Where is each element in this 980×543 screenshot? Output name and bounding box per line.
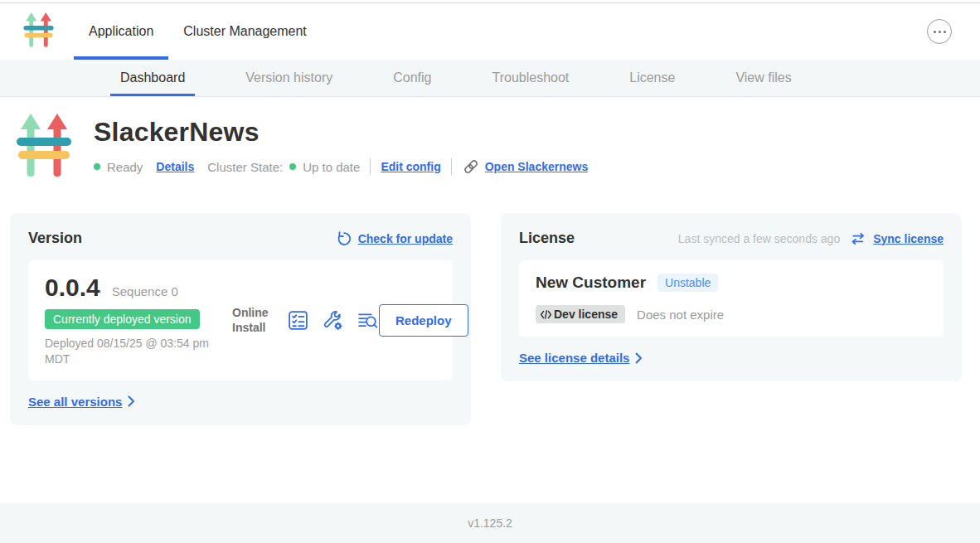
license-panel: New Customer Unstable Dev license (519, 260, 944, 337)
chain-link-icon (462, 158, 480, 176)
channel-badge: Unstable (657, 274, 718, 292)
more-options-button[interactable] (927, 19, 952, 44)
license-card-title: License (519, 230, 575, 247)
tab-cluster-management[interactable]: Cluster Management (168, 3, 322, 60)
cluster-state-value: Up to date (303, 160, 360, 174)
edit-config-link[interactable]: Edit config (381, 160, 440, 173)
license-card: License Last synced a few seconds ago Sy… (501, 213, 962, 381)
app-subnav: Dashboard Version history Config Trouble… (0, 60, 980, 97)
page-title: SlackerNews (94, 117, 588, 148)
preflight-checklist-icon[interactable] (287, 309, 309, 332)
subnav-dashboard[interactable]: Dashboard (120, 60, 185, 96)
view-logs-search-icon[interactable] (357, 309, 379, 332)
console-version: v1.125.2 (468, 516, 512, 530)
version-number: 0.0.4 (45, 274, 100, 302)
details-link[interactable]: Details (156, 160, 194, 173)
license-type-badge: Dev license (536, 305, 625, 323)
install-type-label: Online Install (232, 305, 274, 335)
app-header: SlackerNews Ready Details Cluster State:… (0, 97, 980, 183)
divider (451, 158, 452, 175)
divider (370, 158, 371, 175)
app-status-row: Ready Details Cluster State: Up to date … (94, 158, 588, 176)
subnav-troubleshoot[interactable]: Troubleshoot (492, 60, 569, 96)
see-all-versions-link[interactable]: See all versions (28, 395, 122, 409)
chevron-right-icon (128, 395, 135, 407)
subnav-license[interactable]: License (629, 60, 675, 96)
sync-license-link[interactable]: Sync license (873, 232, 944, 245)
config-wrench-gear-icon[interactable] (322, 309, 344, 332)
deployed-timestamp: Deployed 08/15/25 @ 03:54 pm MDT (45, 336, 223, 367)
app-status-dot (94, 163, 100, 170)
app-status-text: Ready (107, 160, 143, 174)
customer-name: New Customer (536, 274, 646, 292)
subnav-config[interactable]: Config (393, 60, 431, 96)
tab-application[interactable]: Application (74, 3, 168, 60)
main-nav: Application Cluster Management (0, 3, 980, 60)
deployed-badge: Currently deployed version (45, 309, 200, 329)
refresh-icon (335, 230, 352, 247)
cluster-state-label: Cluster State: (207, 160, 283, 174)
ellipsis-icon (934, 31, 936, 33)
version-card-title: Version (28, 230, 82, 247)
admin-console-page: Application Cluster Management Dashboard… (0, 0, 980, 543)
sync-arrows-icon (850, 230, 866, 247)
chevron-right-icon (635, 352, 643, 364)
subnav-version-history[interactable]: Version history (245, 60, 332, 96)
cluster-state-dot (289, 163, 296, 170)
console-footer: v1.125.2 (0, 503, 980, 543)
slackernews-logo-icon (23, 12, 54, 52)
dashboard-cards: Version Check for update 0.0.4 Sequ (0, 183, 980, 425)
license-expiry: Does not expire (637, 308, 724, 322)
code-icon (540, 309, 552, 320)
see-license-details-link[interactable]: See license details (519, 351, 629, 365)
current-version-panel: 0.0.4 Sequence 0 Currently deployed vers… (28, 260, 453, 381)
version-card: Version Check for update 0.0.4 Sequ (10, 213, 471, 425)
open-app-link[interactable]: Open Slackernews (462, 158, 589, 176)
app-logo-icon (17, 112, 71, 183)
version-sequence: Sequence 0 (112, 284, 178, 298)
redeploy-button[interactable]: Redeploy (379, 304, 468, 337)
last-synced-text: Last synced a few seconds ago (678, 232, 840, 245)
subnav-view-files[interactable]: View files (735, 60, 791, 96)
check-for-update-link[interactable]: Check for update (358, 232, 453, 245)
